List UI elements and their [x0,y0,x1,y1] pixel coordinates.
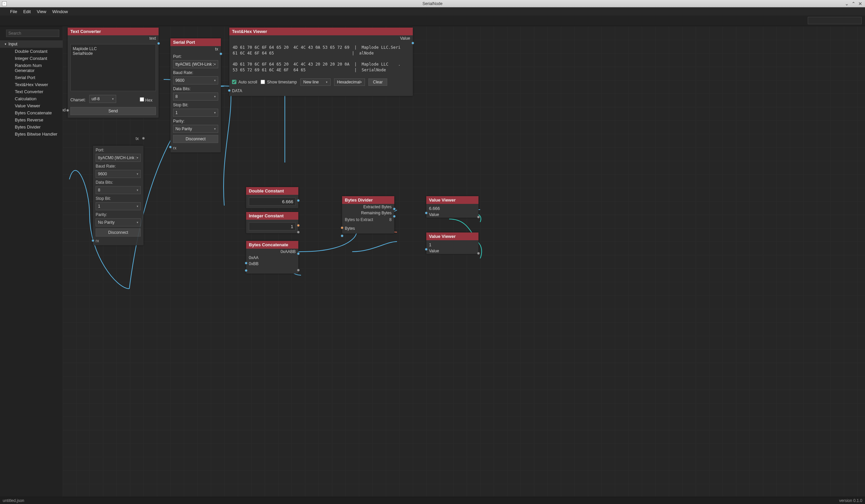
port-value: Value [426,248,478,254]
node-title: Bytes Concatenate [246,241,298,249]
timestamp-checkbox[interactable] [261,80,265,84]
node-value-viewer[interactable]: Value Viewer 6.666 Value [426,196,478,218]
node-double-constant[interactable]: Double Constant [246,187,298,208]
port-dot-icon[interactable] [169,146,172,148]
port-data: DATA [229,88,413,96]
stopbit-label: Stop Bit: [173,103,218,107]
menu-view[interactable]: View [37,9,46,14]
port-select[interactable]: ttyACM0 (WCH-Link :▾ [96,154,141,162]
node-serial-port[interactable]: Serial Port tx Port: ttyACM1 (WCH-Link :… [170,38,221,152]
text-input[interactable]: Maplode LLC SerialNode [70,44,156,91]
parity-select[interactable]: No Parity▾ [173,125,218,133]
tree-item-bytes-bitwise-handler[interactable]: Bytes Bitwise Handler [0,130,62,138]
value-input[interactable] [249,198,296,206]
port-dot-icon[interactable] [425,212,428,214]
node-title: Bytes Divider [342,196,394,204]
disconnect-button[interactable]: Disconnect [173,135,218,143]
tree-item-texthex-viewer[interactable]: Text&Hex Viewer [0,81,62,88]
node-bytes-concatenate[interactable]: Bytes Concatenate 0xAABB 0xAA 0xBB [246,241,298,273]
global-search-input[interactable] [808,17,862,24]
titlebar: ✕ SerialNode ⌄ ⌃ ✕ [0,0,865,8]
stopbit-label: Stop Bit: [96,196,141,201]
node-texthex-viewer[interactable]: Text&Hex Viewer Value 4D 61 70 6C 6F 64 … [229,27,413,96]
clear-button[interactable]: Clear [368,78,387,86]
port-dot-icon[interactable] [477,252,480,255]
node-title: Value Viewer [426,233,478,240]
port-dot-icon[interactable] [425,248,428,251]
autoscroll-checkbox[interactable] [232,80,237,84]
charset-label: Charset: [70,97,86,102]
parity-select[interactable]: No Parity▾ [96,218,141,226]
port-dot-icon[interactable] [142,137,145,140]
node-integer-constant[interactable]: Integer Constant [246,212,298,233]
port-dot-icon[interactable] [220,52,222,55]
hex-checkbox[interactable] [140,97,144,102]
port-dot-icon[interactable] [412,42,414,44]
baud-select[interactable]: 9600▾ [173,77,218,84]
tree-item-bytes-concatenate[interactable]: Bytes Concatenate [0,109,62,116]
port-dot-icon[interactable] [297,252,300,255]
node-title: Value Viewer [426,196,478,204]
port-out: 0xAABB [246,249,298,255]
port-rx: rx [173,146,218,150]
parity-label: Parity: [173,119,218,124]
maximize-icon[interactable]: ⌃ [852,1,856,7]
charset-select[interactable]: utf-8▾ [89,95,116,103]
baud-select[interactable]: 9600▾ [96,170,141,178]
node-title: Integer Constant [246,212,298,220]
port-dot-icon[interactable] [297,269,300,271]
port-dot-icon[interactable] [477,216,480,218]
menu-file[interactable]: File [10,9,17,14]
databits-select[interactable]: 8▾ [96,186,141,194]
port-dot-icon[interactable] [228,89,231,92]
node-text-converter[interactable]: Text Converter text Maplode LLC SerialNo… [68,27,159,118]
tree-item-calculation[interactable]: Calculation [0,95,62,102]
tree-item-integer-constant[interactable]: Integer Constant [0,55,62,62]
port-dot-icon[interactable] [341,226,344,229]
port-bytes: Bytes [342,225,394,232]
port-dot-icon[interactable] [245,262,247,265]
stopbit-select[interactable]: 1▾ [173,109,218,117]
stopbit-select[interactable]: 1▾ [96,202,141,210]
port-dot-icon[interactable] [92,239,94,242]
canvas[interactable]: Text Converter text Maplode LLC SerialNo… [62,26,865,496]
node-value-viewer[interactable]: Value Viewer 1 Value [426,233,478,254]
tree-item-serial-port[interactable]: Serial Port [0,74,62,81]
port-dot-icon[interactable] [245,269,247,272]
close-icon[interactable]: ✕ [858,1,862,7]
port-dot-icon[interactable] [66,109,69,112]
node-bytes-divider[interactable]: Bytes Divider Extracted Bytes Remaining … [342,196,394,234]
to-extract-value: 8 [389,217,392,222]
minimize-icon[interactable]: ⌄ [845,1,849,7]
tree-item-text-converter[interactable]: Text Converter [0,88,62,95]
node-serial-port-left[interactable]: Port: ttyACM0 (WCH-Link :▾ Baud Rate: 96… [93,146,143,245]
menu-edit[interactable]: Edit [23,9,31,14]
caret-down-icon: ▾ [5,43,7,46]
port-dot-icon[interactable] [157,42,160,45]
port-dot-icon[interactable] [297,231,300,234]
databits-select[interactable]: 8▾ [173,93,218,101]
port-dot-icon[interactable] [297,224,300,227]
tree-category-input[interactable]: ▾ Input [0,40,62,48]
port-select[interactable]: ttyACM1 (WCH-Link :▾ [173,60,218,68]
search-input[interactable] [6,30,59,37]
tree-item-random-num-generator[interactable]: Random Num Generator [0,62,62,74]
tree-item-bytes-divider[interactable]: Bytes Divider [0,124,62,130]
tree-item-bytes-reverse[interactable]: Bytes Reverse [0,116,62,124]
port-rx: rx [96,238,141,243]
menu-window[interactable]: Window [52,9,68,14]
send-button[interactable]: Send [70,107,156,115]
menubar: File Edit View Window [0,8,865,15]
port-text: text [68,35,159,42]
disconnect-button[interactable]: Disconnect [96,228,141,236]
port-dot-icon[interactable] [341,235,344,237]
port-extracted: Extracted Bytes [342,204,394,210]
lineending-select[interactable]: New line▾ [300,78,331,86]
port-dot-icon[interactable] [297,199,300,202]
format-select[interactable]: Hexadecimal▾ [334,78,365,86]
port-dot-icon[interactable] [393,208,396,210]
port-dot-icon[interactable] [393,215,396,218]
tree-item-value-viewer[interactable]: Value Viewer [0,102,62,109]
tree-item-double-constant[interactable]: Double Constant [0,48,62,55]
value-input[interactable] [249,222,296,231]
